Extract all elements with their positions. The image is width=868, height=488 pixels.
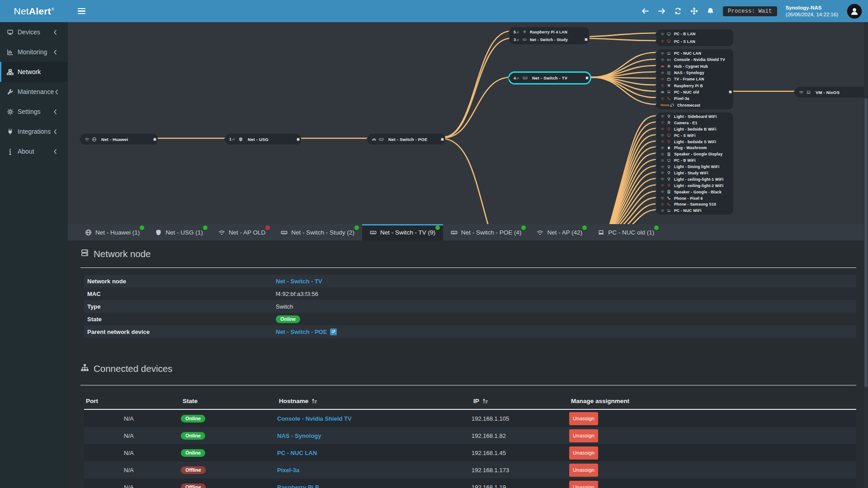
tab-net-switch-poe-4[interactable]: Net - Switch - POE (4) bbox=[443, 224, 529, 240]
cell-hostname-link[interactable]: PC - NUC LAN bbox=[277, 450, 317, 456]
unassign-button[interactable]: Unassign bbox=[569, 481, 598, 488]
diagram-device-row[interactable]: Light - ceiling-light-1 WiFi bbox=[656, 176, 733, 183]
sidebar-item-devices[interactable]: Devices bbox=[0, 22, 68, 42]
tab-net-huawei-1[interactable]: Net - Huawei (1) bbox=[77, 224, 147, 240]
wifi-icon bbox=[660, 71, 665, 75]
bulb-icon bbox=[667, 165, 671, 169]
bulb-icon bbox=[667, 114, 671, 118]
diagram-node-net-switch-tv[interactable]: 4Net - Switch - TV bbox=[509, 73, 590, 83]
diagram-device-row[interactable]: Light - Study WiFi bbox=[656, 170, 733, 176]
device-label: Light - bedside S WiFi bbox=[674, 140, 716, 144]
wifi-icon bbox=[660, 165, 665, 169]
diagram-device-row[interactable]: PC - B LAN bbox=[656, 30, 733, 38]
diagram-device-row[interactable]: Net - Switch - POE bbox=[368, 135, 445, 144]
diagram-device-row[interactable]: PC - B WiFi bbox=[656, 157, 733, 164]
cell-hostname-link[interactable]: Pixel-3a bbox=[277, 467, 299, 474]
diagram-device-row[interactable]: Light - bedside B WiFi bbox=[656, 126, 733, 132]
diagram-device-row[interactable]: Light - Dining light WiFi bbox=[656, 164, 733, 170]
diagram-device-row[interactable]: Pixel-3a bbox=[656, 95, 733, 102]
diagram-device-row[interactable]: Plug - Washroom bbox=[656, 145, 733, 151]
diagram-device-row[interactable]: Light - bedside S WiFi bbox=[656, 139, 733, 145]
sync-button[interactable] bbox=[674, 7, 682, 15]
unassign-button[interactable]: Unassign bbox=[569, 412, 598, 425]
column-header-ip[interactable]: IP bbox=[472, 398, 569, 404]
diagram-device-row[interactable]: PC - NUC LAN bbox=[656, 50, 733, 56]
sidebar-item-monitoring[interactable]: Monitoring bbox=[0, 42, 68, 62]
wifi-icon bbox=[799, 90, 804, 95]
detail-label: State bbox=[84, 316, 276, 323]
arrow-left-button[interactable] bbox=[642, 7, 649, 15]
diagram-node-net-huawei[interactable]: Net - Huawei bbox=[80, 134, 158, 145]
network-topology-diagram[interactable]: Net - Huawei1Net - USGNet - Switch - POE… bbox=[68, 22, 868, 224]
user-avatar[interactable] bbox=[847, 4, 862, 19]
diagram-node-study-group[interactable]: 5Raspberry Pi 4 LAN3Net - Switch - Study bbox=[509, 27, 589, 44]
diagram-node-vm-nixos[interactable]: VM - NixOS bbox=[795, 87, 868, 98]
cell-hostname-link[interactable]: Raspberry Pi B bbox=[277, 484, 319, 488]
diagram-device-row[interactable]: Light - ceiling-light-2 WiFi bbox=[656, 183, 733, 189]
diagram-device-row[interactable]: PC - S WiFi bbox=[656, 132, 733, 139]
diagram-device-row[interactable]: Console - Nvidia Shield TV bbox=[656, 56, 733, 63]
diagram-node-net-switch-poe[interactable]: Net - Switch - POE bbox=[368, 134, 445, 145]
arrow-right-button[interactable] bbox=[658, 7, 665, 15]
diagram-device-row[interactable]: Raspberry Pi B bbox=[656, 82, 733, 89]
diagram-device-row[interactable]: PC - NUC old bbox=[656, 89, 733, 95]
diagram-device-row[interactable]: Phone - Samsung S10 bbox=[656, 201, 733, 207]
diagram-device-row[interactable]: Speaker - Google - Black bbox=[656, 189, 733, 195]
unassign-button[interactable]: Unassign bbox=[569, 464, 598, 477]
node-link[interactable]: Net - Switch - TV bbox=[276, 278, 322, 285]
edge-anchor bbox=[656, 52, 658, 55]
top-navbar: NetAlertx Process: Wait Synology-NAS (26… bbox=[0, 0, 868, 22]
device-label: Light - Dining light WiFi bbox=[674, 164, 719, 169]
external-link-icon[interactable] bbox=[330, 328, 337, 335]
diagram-device-row[interactable]: Light - Sideboard WiFi bbox=[656, 113, 733, 120]
diagram-node-study-children[interactable]: PC - B LANPC - S LAN bbox=[656, 29, 733, 46]
move-button[interactable] bbox=[690, 7, 698, 15]
diagram-device-row[interactable]: 3Net - Switch - Study bbox=[509, 36, 589, 43]
device-label: PC - NUC WiFi bbox=[674, 208, 702, 213]
diagram-device-row[interactable]: PC - S LAN bbox=[656, 38, 733, 46]
diagram-device-row[interactable]: Net - Huawei bbox=[80, 135, 158, 144]
tab-pc-nuc-old-1[interactable]: PC - NUC old (1) bbox=[590, 224, 662, 240]
cell-hostname-link[interactable]: Console - Nvidia Shield TV bbox=[277, 415, 352, 422]
tab-net-usg-1[interactable]: Net - USG (1) bbox=[147, 224, 211, 240]
diagram-device-row[interactable]: NoneChromecast bbox=[656, 102, 733, 108]
diagram-device-row[interactable]: 4Net - Switch - TV bbox=[509, 74, 590, 82]
diagram-device-row[interactable]: PC - NUC WiFi bbox=[656, 207, 733, 214]
tab-net-switch-study-2[interactable]: Net - Switch - Study (2) bbox=[273, 224, 362, 240]
diagram-device-row[interactable]: Phone - Pixel 6 bbox=[656, 195, 733, 202]
cell-hostname-link[interactable]: NAS - Synology bbox=[277, 432, 321, 439]
diagram-device-row[interactable]: Speaker - Google Display bbox=[656, 151, 733, 157]
diagram-node-net-usg[interactable]: 1Net - USG bbox=[225, 134, 301, 145]
sidebar-item-network[interactable]: Network bbox=[0, 62, 68, 82]
sidebar-item-maintenance[interactable]: Maintenance bbox=[0, 82, 68, 102]
hamburger-menu-icon[interactable] bbox=[78, 8, 85, 14]
vertical-scrollbar[interactable] bbox=[864, 22, 868, 488]
bell-button[interactable] bbox=[707, 7, 714, 15]
diagram-device-row[interactable]: VM - NixOS bbox=[795, 88, 868, 97]
cell-ip: 192.168.1.82 bbox=[472, 432, 569, 439]
app-logo[interactable]: NetAlertx bbox=[0, 0, 68, 22]
column-header-hostname[interactable]: Hostname bbox=[277, 398, 472, 404]
detail-label: Network node bbox=[84, 278, 276, 285]
sidebar-item-settings[interactable]: Settings bbox=[0, 102, 68, 122]
cell-state-badge: Offline bbox=[181, 466, 206, 474]
diagram-device-row[interactable]: 5Raspberry Pi 4 LAN bbox=[509, 28, 589, 36]
parent-node-link[interactable]: Net - Switch - POE bbox=[276, 328, 327, 335]
diagram-device-row[interactable]: Camera - E1 bbox=[656, 120, 733, 126]
sidebar-item-integrations[interactable]: Integrations bbox=[0, 122, 68, 141]
diagram-node-ap-children[interactable]: Light - Sideboard WiFiCamera - E1Light -… bbox=[656, 113, 733, 215]
unassign-button[interactable]: Unassign bbox=[569, 446, 598, 460]
diagram-device-row[interactable]: 1Net - USG bbox=[225, 135, 301, 144]
unassign-button[interactable]: Unassign bbox=[569, 429, 598, 442]
tab-label: Net - Switch - TV (9) bbox=[380, 229, 435, 236]
diagram-device-row[interactable]: Hub - Cygnet Hub bbox=[656, 63, 733, 70]
tab-net-switch-tv-9[interactable]: Net - Switch - TV (9) bbox=[362, 224, 443, 240]
extlink-icon bbox=[331, 330, 335, 334]
tab-net-ap-old[interactable]: Net - AP OLD bbox=[211, 224, 274, 240]
diagram-device-row[interactable]: NAS - Synology bbox=[656, 70, 733, 76]
tab-net-ap-42[interactable]: Net - AP (42) bbox=[529, 224, 590, 240]
diagram-device-row[interactable]: TV - Frame LAN bbox=[656, 76, 733, 82]
sidebar-item-about[interactable]: About bbox=[0, 141, 68, 161]
diagram-node-tv-children[interactable]: PC - NUC LANConsole - Nvidia Shield TVHu… bbox=[656, 49, 733, 109]
scrollbar-thumb[interactable] bbox=[864, 98, 868, 387]
